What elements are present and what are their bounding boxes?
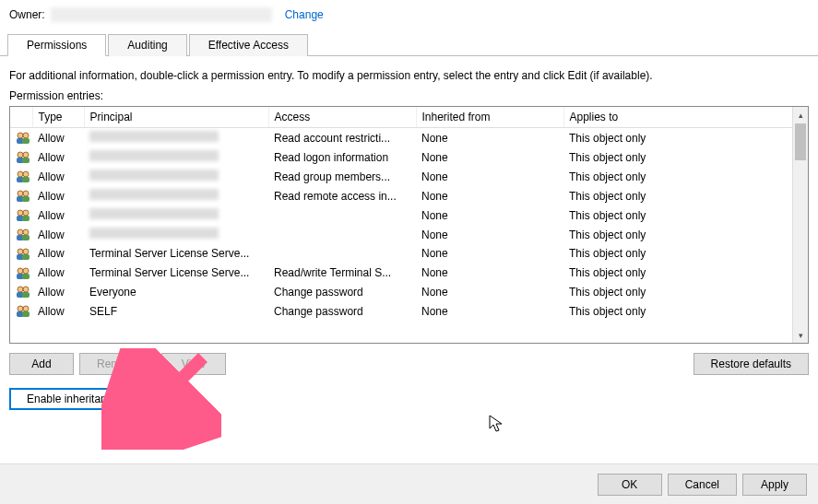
cell-access: Change password [268, 301, 416, 321]
svg-rect-39 [22, 311, 30, 317]
cell-access: Read/write Terminal S... [268, 264, 416, 283]
svg-rect-11 [22, 177, 30, 182]
remove-button[interactable]: Remove [79, 353, 156, 375]
apply-button[interactable]: Apply [742, 474, 807, 496]
group-icon [16, 305, 32, 318]
add-button[interactable]: Add [9, 353, 74, 375]
svg-point-8 [18, 171, 23, 177]
table-row[interactable]: AllowTerminal Server License Serve...Non… [10, 244, 808, 264]
svg-point-17 [23, 210, 29, 216]
cell-principal [84, 186, 268, 205]
cell-principal [84, 205, 268, 225]
view-button[interactable]: View [161, 353, 226, 375]
tab-bar: Permissions Auditing Effective Access [0, 33, 818, 56]
cell-inherited: None [416, 244, 563, 264]
svg-point-37 [23, 306, 29, 311]
ok-button[interactable]: OK [598, 474, 662, 496]
cell-access [268, 205, 416, 225]
svg-point-9 [23, 171, 29, 177]
group-icon [16, 151, 32, 164]
svg-point-24 [18, 249, 23, 254]
group-icon [16, 170, 32, 183]
cell-type: Allow [32, 301, 84, 321]
cell-access: Read logon information [268, 147, 416, 167]
svg-rect-31 [22, 274, 30, 279]
table-row[interactable]: AllowRead remote access in...NoneThis ob… [10, 186, 808, 205]
dialog-button-bar: OK Cancel Apply [0, 463, 818, 504]
cell-inherited: None [416, 264, 563, 283]
table-row[interactable]: AllowNoneThis object only [10, 225, 808, 244]
cell-principal [84, 128, 268, 148]
svg-rect-19 [22, 216, 30, 221]
table-row[interactable]: AllowRead logon informationNoneThis obje… [10, 147, 808, 167]
scroll-thumb[interactable] [795, 123, 806, 160]
cell-applies: This object only [563, 301, 808, 321]
svg-point-1 [23, 133, 29, 138]
cell-access: Read remote access in... [268, 186, 416, 205]
cell-inherited: None [416, 205, 563, 225]
svg-point-21 [23, 229, 29, 235]
cell-applies: This object only [563, 147, 808, 167]
cell-applies: This object only [563, 283, 808, 302]
cell-applies: This object only [563, 128, 808, 148]
cell-type: Allow [32, 128, 84, 148]
cell-type: Allow [32, 244, 84, 264]
tab-permissions[interactable]: Permissions [7, 34, 106, 56]
svg-point-33 [23, 287, 29, 292]
scroll-up-icon[interactable]: ▴ [793, 107, 808, 123]
col-type[interactable]: Type [32, 107, 84, 128]
svg-point-12 [18, 191, 23, 196]
svg-point-25 [23, 249, 29, 254]
owner-label: Owner: [9, 8, 45, 21]
cell-type: Allow [32, 225, 84, 244]
cell-type: Allow [32, 167, 84, 186]
cancel-button[interactable]: Cancel [668, 474, 737, 496]
svg-point-13 [23, 191, 29, 196]
cell-access [268, 225, 416, 244]
svg-rect-35 [22, 292, 30, 298]
cell-inherited: None [416, 301, 563, 321]
table-row[interactable]: AllowTerminal Server License Serve...Rea… [10, 264, 808, 283]
svg-point-36 [18, 306, 23, 311]
table-row[interactable]: AllowNoneThis object only [10, 205, 808, 225]
svg-point-16 [18, 210, 23, 216]
cell-applies: This object only [563, 225, 808, 244]
svg-point-20 [18, 229, 23, 235]
cell-principal [84, 225, 268, 244]
col-icon[interactable] [10, 107, 32, 128]
cell-applies: This object only [563, 167, 808, 186]
group-icon [16, 267, 32, 280]
cell-inherited: None [416, 147, 563, 167]
group-icon [16, 190, 32, 203]
scroll-down-icon[interactable]: ▾ [793, 327, 808, 343]
table-row[interactable]: AllowRead account restricti...NoneThis o… [10, 128, 808, 148]
cell-principal: Terminal Server License Serve... [84, 244, 268, 264]
cell-principal [84, 167, 268, 186]
table-row[interactable]: AllowRead group members...NoneThis objec… [10, 167, 808, 186]
col-principal[interactable]: Principal [84, 107, 268, 128]
enable-inheritance-button[interactable]: Enable inheritance [9, 388, 136, 410]
tab-auditing[interactable]: Auditing [108, 34, 186, 56]
cell-access: Change password [268, 283, 416, 302]
col-applies[interactable]: Applies to [563, 107, 808, 128]
svg-rect-3 [22, 138, 30, 144]
svg-point-29 [23, 268, 29, 274]
change-link[interactable]: Change [285, 8, 324, 21]
group-icon [16, 132, 32, 145]
svg-point-32 [18, 287, 23, 292]
tab-effective-access[interactable]: Effective Access [189, 34, 308, 56]
col-inherited[interactable]: Inherited from [416, 107, 563, 128]
table-row[interactable]: AllowSELFChange passwordNoneThis object … [10, 301, 808, 321]
svg-point-5 [23, 152, 29, 158]
col-access[interactable]: Access [268, 107, 416, 128]
permission-table: Type Principal Access Inherited from App… [9, 106, 809, 344]
scrollbar[interactable]: ▴ ▾ [792, 107, 808, 343]
cell-type: Allow [32, 186, 84, 205]
cell-inherited: None [416, 225, 563, 244]
info-text: For additional information, double-click… [0, 56, 818, 89]
restore-defaults-button[interactable]: Restore defaults [694, 353, 809, 375]
cell-principal: Everyone [84, 283, 268, 302]
group-icon [16, 286, 32, 299]
group-icon [16, 209, 32, 222]
table-row[interactable]: AllowEveryoneChange passwordNoneThis obj… [10, 283, 808, 302]
